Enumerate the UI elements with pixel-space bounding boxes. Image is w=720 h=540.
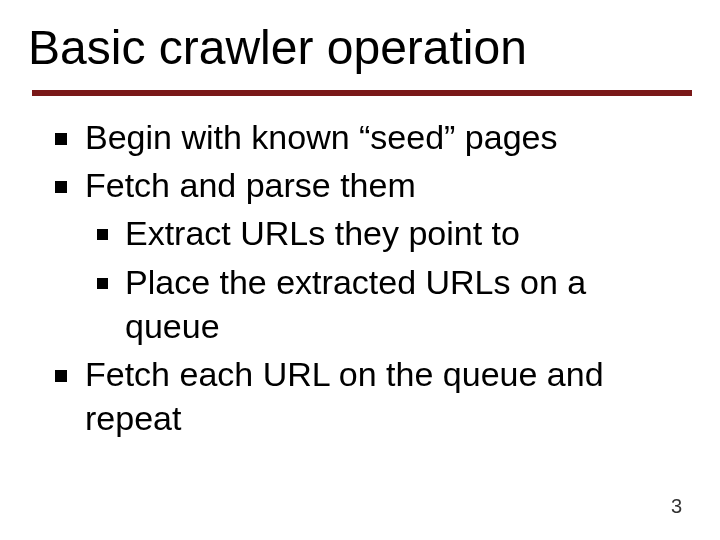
square-bullet-icon [97,229,108,240]
bullet-level1: Fetch each URL on the queue and repeat [55,352,675,440]
page-number: 3 [671,495,682,518]
bullet-level2: Extract URLs they point to [55,211,675,255]
page-title: Basic crawler operation [28,20,527,75]
square-bullet-icon [55,133,67,145]
bullet-text: Extract URLs they point to [125,214,520,252]
square-bullet-icon [55,181,67,193]
slide: Basic crawler operation Begin with known… [0,0,720,540]
slide-body: Begin with known “seed” pages Fetch and … [55,115,675,444]
square-bullet-icon [97,278,108,289]
bullet-level2: Place the extracted URLs on a queue [55,260,675,348]
bullet-text: Fetch each URL on the queue and repeat [85,355,604,437]
bullet-level1: Begin with known “seed” pages [55,115,675,159]
bullet-text: Fetch and parse them [85,166,416,204]
square-bullet-icon [55,370,67,382]
title-underline [32,90,692,96]
bullet-text: Place the extracted URLs on a queue [125,263,586,345]
bullet-text: Begin with known “seed” pages [85,118,558,156]
bullet-level1: Fetch and parse them [55,163,675,207]
